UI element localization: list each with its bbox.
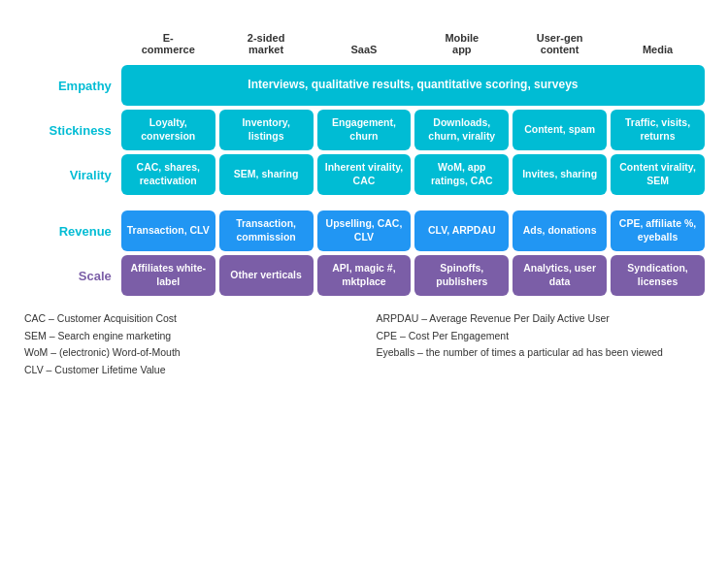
footnote: CPE – Cost Per Engagement [377, 329, 710, 343]
gap-cell [219, 199, 314, 207]
footnotes-left-col: CAC – Customer Acquisition CostSEM – Sea… [24, 311, 357, 380]
cell-stickiness-3: Downloads, churn, virality [414, 110, 509, 150]
row-scale: ScaleAffiliates white-labelOther vertica… [23, 255, 705, 296]
cell-virality-0: CAC, shares, reactivation [121, 154, 215, 195]
footnote: ARPDAU – Average Revenue Per Daily Activ… [377, 311, 710, 326]
cell-scale-2: API, magic #, mktplace [317, 255, 412, 296]
cell-virality-2: Inherent virality, CAC [317, 154, 412, 195]
cell-virality-4: Invites, sharing [513, 154, 607, 195]
footnote: CLV – Customer Lifetime Value [24, 363, 357, 377]
footnotes-right-col: ARPDAU – Average Revenue Per Daily Activ… [377, 311, 710, 380]
full-layout: E-commerce 2-sidedmarket SaaS Mobileapp … [19, 26, 709, 300]
cell-virality-3: WoM, app ratings, CAC [414, 154, 509, 195]
row-revenue: RevenueTransaction, CLVTransaction, comm… [23, 210, 705, 251]
th-ugc: User-gencontent [513, 30, 607, 61]
gap-cell [611, 199, 705, 207]
cell-stickiness-5: Traffic, visits, returns [611, 110, 705, 150]
cell-revenue-0: Transaction, CLV [121, 210, 215, 251]
row-label-revenue: Revenue [23, 210, 117, 251]
gap-cell [317, 199, 412, 207]
cell-scale-3: Spinoffs, publishers [414, 255, 509, 296]
cell-stickiness-0: Loyalty, conversion [121, 110, 215, 150]
footnote: CAC – Customer Acquisition Cost [24, 311, 357, 326]
footnote: SEM – Search engine marketing [24, 329, 357, 343]
cell-empathy: Interviews, qualitative results, quantit… [121, 65, 705, 106]
cell-stickiness-4: Content, spam [513, 110, 607, 150]
row-label-stickiness: Stickiness [23, 110, 117, 150]
cell-revenue-5: CPE, affiliate %, eyeballs [611, 210, 705, 251]
cell-stickiness-1: Inventory, listings [219, 110, 314, 150]
cell-revenue-2: Upselling, CAC, CLV [317, 210, 412, 251]
cell-scale-5: Syndication, licenses [611, 255, 705, 296]
footnotes-section: CAC – Customer Acquisition CostSEM – Sea… [19, 311, 709, 380]
cell-scale-0: Affiliates white-label [121, 255, 215, 296]
cell-virality-5: Content virality, SEM [611, 154, 705, 195]
cell-revenue-4: Ads, donations [513, 210, 607, 251]
cell-virality-1: SEM, sharing [219, 154, 314, 195]
row-label-virality: Virality [23, 154, 117, 195]
th-mobile: Mobileapp [414, 30, 509, 61]
gap-cell [513, 199, 607, 207]
row-label-scale: Scale [23, 255, 117, 296]
th-media: Media [611, 30, 705, 61]
th-empty [23, 30, 117, 61]
gap-cell [23, 199, 117, 207]
gap-row [23, 199, 705, 207]
row-label-empathy: Empathy [23, 65, 117, 106]
row-virality: ViralityCAC, shares, reactivationSEM, sh… [23, 154, 705, 195]
gap-cell [121, 199, 215, 207]
row-stickiness: StickinessLoyalty, conversionInventory, … [23, 110, 705, 150]
cell-scale-4: Analytics, user data [513, 255, 607, 296]
gap-cell [414, 199, 509, 207]
th-ecommerce: E-commerce [121, 30, 215, 61]
cell-scale-1: Other verticals [219, 255, 314, 296]
cell-revenue-1: Transaction, commission [219, 210, 314, 251]
cell-revenue-3: CLV, ARPDAU [414, 210, 509, 251]
row-empathy: EmpathyInterviews, qualitative results, … [23, 65, 705, 106]
footnote: Eyeballs – the number of times a particu… [377, 345, 710, 360]
footnote: WoM – (electronic) Word-of-Mouth [24, 345, 357, 360]
th-saas: SaaS [317, 30, 412, 61]
th-2sided: 2-sidedmarket [219, 30, 314, 61]
correlation-table: E-commerce 2-sidedmarket SaaS Mobileapp … [19, 26, 709, 300]
cell-stickiness-2: Engagement, churn [317, 110, 412, 150]
